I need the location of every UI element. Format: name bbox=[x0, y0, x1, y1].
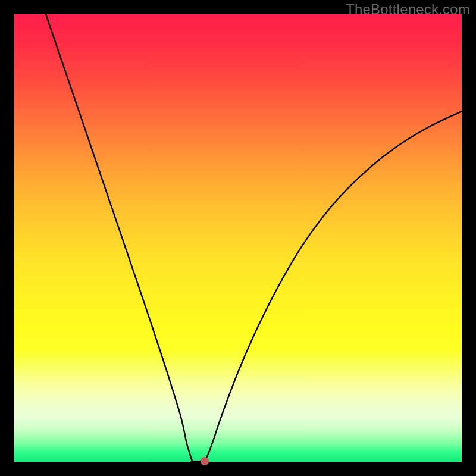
bottleneck-curve bbox=[46, 14, 462, 462]
optimum-marker bbox=[201, 457, 209, 465]
curve-svg bbox=[14, 14, 462, 462]
plot-area bbox=[14, 14, 462, 462]
watermark-text: TheBottleneck.com bbox=[346, 1, 470, 18]
chart-frame: TheBottleneck.com bbox=[0, 0, 476, 476]
